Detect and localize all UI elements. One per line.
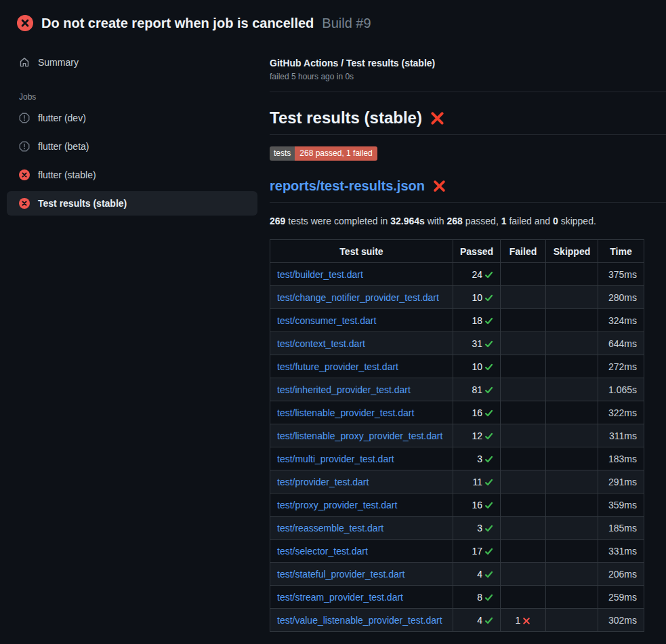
report-file-link[interactable]: reports/test-results.json (270, 178, 425, 194)
failed-cell (501, 447, 546, 470)
check-icon (484, 593, 493, 602)
job-label: flutter (dev) (38, 113, 86, 123)
test-suite-link[interactable]: test/listenable_proxy_provider_test.dart (277, 430, 442, 441)
test-suite-link[interactable]: test/future_provider_test.dart (277, 361, 398, 372)
sidebar-item-test-results-stable[interactable]: Test results (stable) (7, 191, 257, 216)
check-icon (484, 616, 493, 625)
sidebar-item-flutter-dev[interactable]: flutter (dev) (7, 106, 257, 130)
check-icon (484, 432, 493, 441)
column-header-time: Time (598, 240, 644, 263)
sidebar-item-flutter-beta[interactable]: flutter (beta) (7, 134, 257, 159)
test-suite-link[interactable]: test/change_notifier_provider_test.dart (277, 292, 439, 303)
passed-cell: 17 (453, 540, 501, 563)
cross-mark-icon (430, 111, 444, 125)
sidebar-item-flutter-stable[interactable]: flutter (stable) (7, 163, 257, 187)
failed-cell (501, 424, 546, 447)
summary-text: skipped. (558, 216, 596, 226)
failed-cell (501, 309, 546, 332)
passed-cell: 3 (453, 517, 501, 540)
test-suite-link[interactable]: test/listenable_provider_test.dart (277, 407, 414, 418)
column-header-failed: Failed (501, 240, 546, 263)
table-header-row: Test suite Passed Failed Skipped Time (270, 240, 644, 263)
sidebar: Summary Jobs flutter (dev) flutter (beta… (0, 46, 264, 216)
failed-cell: 1 (501, 609, 546, 632)
table-row: test/reassemble_test.dart 3 185ms (270, 517, 644, 540)
test-results-table: Test suite Passed Failed Skipped Time te… (270, 239, 644, 632)
test-suite-link[interactable]: test/reassemble_test.dart (277, 523, 383, 534)
table-row: test/value_listenable_provider_test.dart… (270, 609, 644, 632)
summary-sentence: 269 tests were completed in 32.964s with… (270, 216, 666, 226)
time-cell: 311ms (598, 424, 644, 447)
test-suite-link[interactable]: test/inherited_provider_test.dart (277, 384, 411, 395)
job-label: flutter (stable) (38, 169, 96, 180)
skipped-cell (546, 563, 598, 586)
failed-cell (501, 586, 546, 609)
column-header-test-suite: Test suite (270, 240, 453, 263)
check-icon (484, 524, 493, 533)
time-cell: 644ms (598, 332, 644, 355)
failed-cell (501, 470, 546, 494)
test-suite-link[interactable]: test/builder_test.dart (277, 269, 363, 280)
failed-status-icon (17, 15, 33, 31)
page-title: Do not create report when job is cancell… (41, 16, 314, 31)
skipped-cell (546, 424, 598, 447)
skipped-count: 0 (553, 216, 558, 226)
time-cell: 272ms (598, 355, 644, 378)
skipped-cell (546, 263, 598, 286)
time-cell: 259ms (598, 586, 644, 609)
table-row: test/stream_provider_test.dart 8 259ms (270, 586, 644, 609)
skipped-cell (546, 540, 598, 563)
failed-cell (501, 494, 546, 517)
test-suite-link[interactable]: test/provider_test.dart (277, 477, 369, 487)
jobs-section-label: Jobs (0, 92, 264, 102)
build-number: Build #9 (322, 16, 371, 31)
table-row: test/context_test.dart 31 644ms (270, 332, 644, 355)
badge-label: tests (270, 146, 295, 161)
check-icon (484, 363, 493, 371)
column-header-passed: Passed (453, 240, 501, 263)
check-icon (484, 317, 493, 325)
test-suite-link[interactable]: test/selector_test.dart (277, 546, 368, 557)
failed-status-icon (19, 169, 30, 180)
passed-cell: 3 (453, 447, 501, 470)
home-icon (19, 57, 30, 68)
summary-text: tests were completed in (285, 216, 390, 226)
summary-text: failed and (507, 216, 554, 226)
skipped-cell (546, 447, 598, 470)
duration: 32.964s (390, 216, 425, 226)
passed-cell: 10 (453, 355, 501, 378)
test-suite-link[interactable]: test/multi_provider_test.dart (277, 454, 394, 464)
test-suite-link[interactable]: test/stateful_provider_test.dart (277, 569, 404, 580)
sidebar-item-summary[interactable]: Summary (7, 50, 257, 75)
failed-status-icon (19, 198, 30, 209)
failed-cell (501, 332, 546, 355)
skipped-cell (546, 517, 598, 540)
test-suite-link[interactable]: test/value_listenable_provider_test.dart (277, 615, 442, 626)
failed-cell (501, 401, 546, 424)
test-suite-link[interactable]: test/consumer_test.dart (277, 315, 376, 326)
test-suite-link[interactable]: test/stream_provider_test.dart (277, 592, 403, 603)
time-cell: 185ms (598, 517, 644, 540)
badge-value: 268 passed, 1 failed (295, 146, 377, 161)
test-suite-link[interactable]: test/context_test.dart (277, 338, 365, 349)
section-heading: Test results (stable) (270, 108, 666, 135)
time-cell: 206ms (598, 563, 644, 586)
report-heading: reports/test-results.json (270, 178, 666, 203)
summary-text: passed, (463, 216, 501, 226)
check-icon (484, 570, 493, 579)
check-icon (484, 386, 493, 395)
cancelled-status-icon (19, 113, 30, 123)
time-cell: 324ms (598, 309, 644, 332)
table-row: test/multi_provider_test.dart 3 183ms (270, 447, 644, 470)
skipped-cell (546, 332, 598, 355)
column-header-skipped: Skipped (546, 240, 598, 263)
time-cell: 1.065s (598, 378, 644, 401)
skipped-cell (546, 401, 598, 424)
check-icon (484, 547, 493, 556)
test-suite-link[interactable]: test/proxy_provider_test.dart (277, 500, 397, 510)
failed-cell (501, 263, 546, 286)
table-row: test/stateful_provider_test.dart 4 206ms (270, 563, 644, 586)
run-meta: failed 5 hours ago in 0s (270, 72, 666, 81)
tests-badge: tests 268 passed, 1 failed (270, 146, 377, 161)
table-row: test/inherited_provider_test.dart 81 1.0… (270, 378, 644, 401)
